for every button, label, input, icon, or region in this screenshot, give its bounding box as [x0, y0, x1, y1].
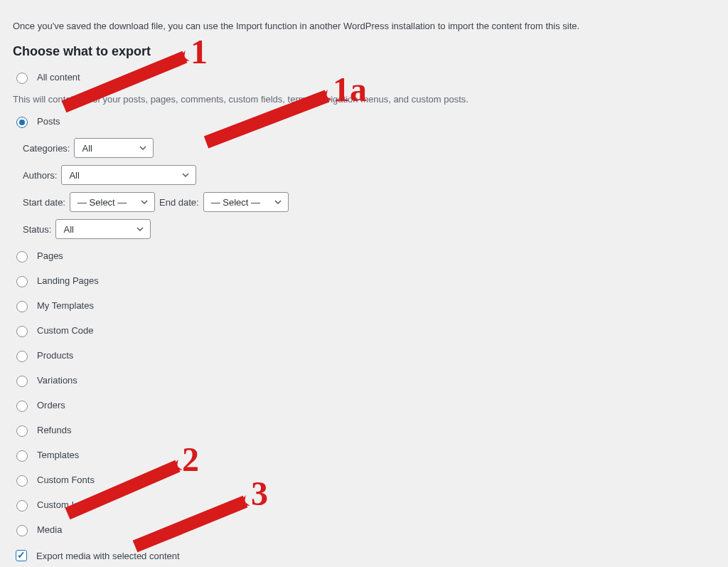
svg-line-0	[64, 57, 185, 107]
annotation-overlay	[0, 0, 728, 567]
svg-line-2	[68, 466, 178, 514]
svg-line-3	[135, 502, 245, 546]
svg-line-1	[206, 96, 327, 142]
